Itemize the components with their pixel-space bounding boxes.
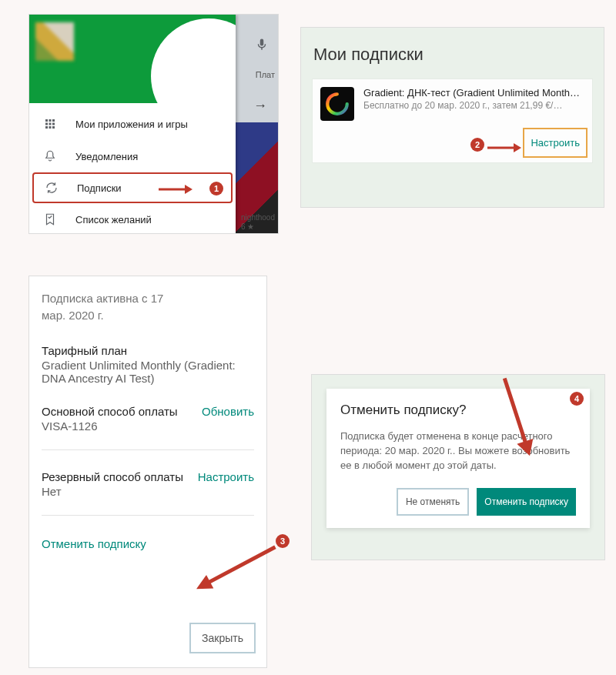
bg-chip-text: Плат (256, 70, 275, 79)
cancel-dialog-screenshot: Отменить подписку? Подписка будет отмене… (311, 374, 605, 560)
svg-point-2 (327, 94, 347, 114)
divider (42, 515, 254, 516)
nav-drawer: Мои приложения и игры Уведомления Подпис… (29, 15, 236, 234)
cancel-subscription-link[interactable]: Отменить подписку (42, 537, 254, 550)
dialog-body: Подписка будет отменена в конце расчетно… (340, 429, 576, 473)
backup-payment-value: Нет (42, 485, 254, 498)
subscription-title: Gradient: ДНК-тест (Gradient Unlimited M… (363, 87, 584, 99)
bg-arrow: → (253, 98, 267, 114)
svg-marker-6 (192, 575, 213, 596)
divider (42, 449, 254, 450)
menu-item-subscriptions[interactable]: Подписки 1 (32, 172, 233, 203)
menu-item-wishlist[interactable]: Список желаний (29, 203, 236, 234)
menu-label: Подписки (77, 182, 122, 194)
page-title: Мои подписки (313, 45, 591, 65)
manage-link[interactable]: Настроить (523, 128, 588, 158)
annotation-arrow-1 (157, 184, 192, 195)
active-since-line1: Подписка активна с 17 (42, 290, 254, 307)
annotation-badge-1: 1 (209, 182, 223, 195)
active-since-line2: мар. 2020 г. (42, 307, 254, 324)
annotation-badge-3: 3 (276, 534, 290, 548)
drawer-hero-image (29, 15, 236, 103)
svg-marker-4 (514, 143, 521, 152)
plan-section: Тарифный план Gradient Unlimited Monthly… (42, 344, 254, 385)
setup-backup-link[interactable]: Настроить (198, 470, 254, 483)
confirm-cancel-button[interactable]: Отменить подписку (477, 488, 576, 516)
svg-line-5 (207, 547, 275, 583)
menu-label: Мои приложения и игры (75, 119, 188, 130)
app-icon-gradient (320, 87, 354, 121)
annotation-arrow-2 (486, 142, 521, 153)
plan-value: Gradient Unlimited Monthly (Gradient: DN… (42, 359, 254, 385)
bg-caption: nighthood6 ★ (241, 213, 275, 232)
primary-payment-value: VISA-1126 (42, 419, 254, 433)
dialog-actions: Не отменять Отменить подписку (340, 488, 576, 516)
menu-label: Уведомления (75, 151, 138, 162)
svg-marker-1 (185, 185, 192, 194)
close-button[interactable]: Закрыть (189, 623, 256, 653)
mic-icon (255, 38, 273, 56)
apps-icon (42, 115, 59, 132)
drawer-menu: Мои приложения и игры Уведомления Подпис… (29, 103, 236, 234)
menu-label: Список желаний (75, 214, 152, 226)
subscription-meta: Gradient: ДНК-тест (Gradient Unlimited M… (363, 87, 584, 111)
play-store-drawer-screenshot: Плат → nighthood6 ★ Мои приложения и игр… (28, 14, 279, 234)
backup-payment-section: Настроить Резервный способ оплаты Нет (42, 470, 254, 498)
my-subscriptions-screenshot: Мои подписки Gradient: ДНК-тест (Gradien… (300, 27, 604, 208)
plan-heading: Тарифный план (42, 344, 254, 357)
cancel-confirm-dialog: Отменить подписку? Подписка будет отмене… (326, 389, 590, 528)
menu-item-apps[interactable]: Мои приложения и игры (29, 108, 236, 140)
update-payment-link[interactable]: Обновить (202, 405, 254, 418)
menu-item-notifications[interactable]: Уведомления (29, 140, 236, 172)
primary-payment-section: Обновить Основной способ оплаты VISA-112… (42, 405, 254, 433)
annotation-badge-2: 2 (470, 138, 484, 152)
subscription-card[interactable]: Gradient: ДНК-тест (Gradient Unlimited M… (312, 79, 593, 163)
dialog-title: Отменить подписку? (340, 403, 576, 418)
annotation-badge-4: 4 (570, 392, 584, 406)
bell-icon (42, 148, 59, 165)
subscription-detail-screenshot: Подписка активна с 17 мар. 2020 г. Тариф… (28, 276, 267, 668)
bookmark-icon (42, 211, 59, 228)
background-content: Плат → nighthood6 ★ (232, 15, 278, 234)
refresh-icon (43, 179, 60, 196)
subscription-subtitle: Бесплатно до 20 мар. 2020 г., затем 21,9… (363, 100, 584, 111)
dont-cancel-button[interactable]: Не отменять (397, 488, 469, 516)
